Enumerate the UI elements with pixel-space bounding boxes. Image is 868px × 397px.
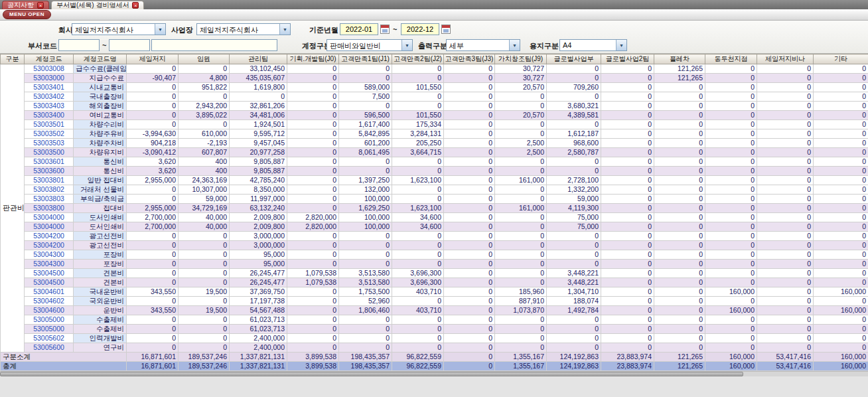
total-row-label[interactable]: 총계 <box>1 362 127 371</box>
value-cell[interactable]: 0 <box>444 167 495 176</box>
value-cell[interactable]: 0 <box>127 64 179 74</box>
value-cell[interactable]: 1,619,800 <box>230 83 287 92</box>
value-cell[interactable]: 0 <box>444 287 495 297</box>
account-name-cell[interactable]: 시내교통비 <box>74 83 127 92</box>
value-cell[interactable]: 0 <box>444 362 495 371</box>
value-cell[interactable]: 0 <box>287 204 339 213</box>
value-cell[interactable]: 0 <box>654 222 705 232</box>
table-row[interactable]: 53003601통신비3,6204009,805,88700000000000 <box>1 157 868 167</box>
value-cell[interactable]: 0 <box>814 129 868 139</box>
value-cell[interactable]: 0 <box>601 260 654 269</box>
value-cell[interactable]: 0 <box>654 204 705 213</box>
table-row[interactable]: 53003501차량수리비001,924,50101,617,400175,33… <box>1 120 868 129</box>
value-cell[interactable]: 0 <box>601 204 654 213</box>
value-cell[interactable]: 0 <box>547 343 601 353</box>
calendar-icon[interactable] <box>380 25 390 34</box>
value-cell[interactable]: 1,073,870 <box>495 306 547 315</box>
value-cell[interactable]: 0 <box>127 250 179 260</box>
value-cell[interactable]: 2,820,000 <box>287 213 339 222</box>
account-name-cell[interactable]: 포장비 <box>74 250 127 260</box>
account-name-cell[interactable]: 통신비 <box>74 167 127 176</box>
account-name-cell[interactable]: 수출제비 <box>74 325 127 334</box>
account-name-cell[interactable]: 접대비 <box>74 204 127 213</box>
value-cell[interactable]: 0 <box>495 185 547 195</box>
value-cell[interactable]: 0 <box>444 213 495 222</box>
value-cell[interactable]: 2,580,787 <box>547 148 601 157</box>
column-header[interactable]: 구분 <box>1 54 25 64</box>
value-cell[interactable]: 160,000 <box>705 353 757 362</box>
value-cell[interactable]: 0 <box>654 287 705 297</box>
value-cell[interactable]: 23,883,974 <box>601 353 654 362</box>
account-code-cell[interactable]: 53004000 <box>25 213 74 222</box>
value-cell[interactable]: 0 <box>601 269 654 278</box>
value-cell[interactable]: 0 <box>495 92 547 102</box>
value-cell[interactable]: 1,304,710 <box>547 287 601 297</box>
value-cell[interactable]: 0 <box>601 74 654 83</box>
value-cell[interactable]: 0 <box>705 129 757 139</box>
value-cell[interactable]: 0 <box>601 139 654 148</box>
value-cell[interactable]: 0 <box>127 315 179 325</box>
value-cell[interactable]: 160,000 <box>814 306 868 315</box>
value-cell[interactable]: 0 <box>392 343 444 353</box>
value-cell[interactable]: 0 <box>287 74 339 83</box>
value-cell[interactable]: 0 <box>392 157 444 167</box>
value-cell[interactable]: 0 <box>705 232 757 241</box>
value-cell[interactable]: 95,000 <box>230 250 287 260</box>
value-cell[interactable]: 0 <box>814 148 868 157</box>
value-cell[interactable]: -3,090,412 <box>127 148 179 157</box>
value-cell[interactable]: 0 <box>547 325 601 334</box>
value-cell[interactable]: 0 <box>705 185 757 195</box>
value-cell[interactable]: 100,000 <box>339 213 392 222</box>
account-code-cell[interactable]: 53003601 <box>25 157 74 167</box>
value-cell[interactable]: 0 <box>287 129 339 139</box>
value-cell[interactable]: 124,192,863 <box>547 353 601 362</box>
value-cell[interactable]: 0 <box>179 232 230 241</box>
value-cell[interactable]: 0 <box>814 83 868 92</box>
value-cell[interactable]: 0 <box>601 232 654 241</box>
account-code-cell[interactable]: 53004200 <box>25 232 74 241</box>
account-name-cell[interactable]: 도서인쇄비 <box>74 213 127 222</box>
value-cell[interactable]: 0 <box>814 120 868 129</box>
value-cell[interactable]: 0 <box>814 260 868 269</box>
menu-open-button[interactable]: MENU OPEN <box>3 10 51 19</box>
value-cell[interactable]: 0 <box>392 195 444 204</box>
column-header[interactable]: 플레차 <box>654 54 705 64</box>
account-name-cell[interactable]: 국내출장비 <box>74 92 127 102</box>
value-cell[interactable]: 0 <box>654 139 705 148</box>
account-name-cell[interactable]: 여비교통비 <box>74 111 127 120</box>
value-cell[interactable]: 0 <box>654 111 705 120</box>
value-cell[interactable]: 0 <box>601 222 654 232</box>
value-cell[interactable]: 0 <box>547 92 601 102</box>
column-header[interactable]: 고객만족1팀(J1) <box>339 54 392 64</box>
table-row[interactable]: 53004000도서인쇄비2,700,00040,0002,009,8002,8… <box>1 213 868 222</box>
value-cell[interactable]: 160,000 <box>705 287 757 297</box>
account-name-cell[interactable]: 견본비 <box>74 278 127 287</box>
value-cell[interactable]: 0 <box>127 269 179 278</box>
value-cell[interactable]: 0 <box>601 241 654 250</box>
value-cell[interactable]: 435,035,607 <box>230 74 287 83</box>
value-cell[interactable]: 0 <box>179 250 230 260</box>
value-cell[interactable]: 0 <box>495 120 547 129</box>
value-cell[interactable]: 26,245,477 <box>230 269 287 278</box>
value-cell[interactable]: 40,000 <box>179 213 230 222</box>
value-cell[interactable]: 0 <box>495 157 547 167</box>
value-cell[interactable]: 0 <box>444 269 495 278</box>
tab-notice[interactable]: 공지사항 × <box>2 1 49 9</box>
value-cell[interactable]: 0 <box>444 83 495 92</box>
account-code-cell[interactable]: 53003800 <box>25 204 74 213</box>
value-cell[interactable]: 0 <box>757 269 814 278</box>
account-code-cell[interactable]: 53003008 <box>25 64 74 74</box>
table-row[interactable]: 53003600통신비3,6204009,805,88700000000000 <box>1 167 868 176</box>
account-name-cell[interactable]: 통신비 <box>74 157 127 167</box>
value-cell[interactable]: 0 <box>705 120 757 129</box>
value-cell[interactable]: 53,417,416 <box>757 362 814 371</box>
value-cell[interactable]: 0 <box>339 325 392 334</box>
value-cell[interactable]: 0 <box>814 250 868 260</box>
value-cell[interactable]: 0 <box>814 222 868 232</box>
value-cell[interactable]: 0 <box>444 241 495 250</box>
value-cell[interactable]: 2,955,000 <box>127 176 179 185</box>
value-cell[interactable]: 1,806,460 <box>339 306 392 315</box>
value-cell[interactable]: 124,192,863 <box>547 362 601 371</box>
value-cell[interactable]: 0 <box>654 278 705 287</box>
value-cell[interactable]: 0 <box>179 334 230 343</box>
